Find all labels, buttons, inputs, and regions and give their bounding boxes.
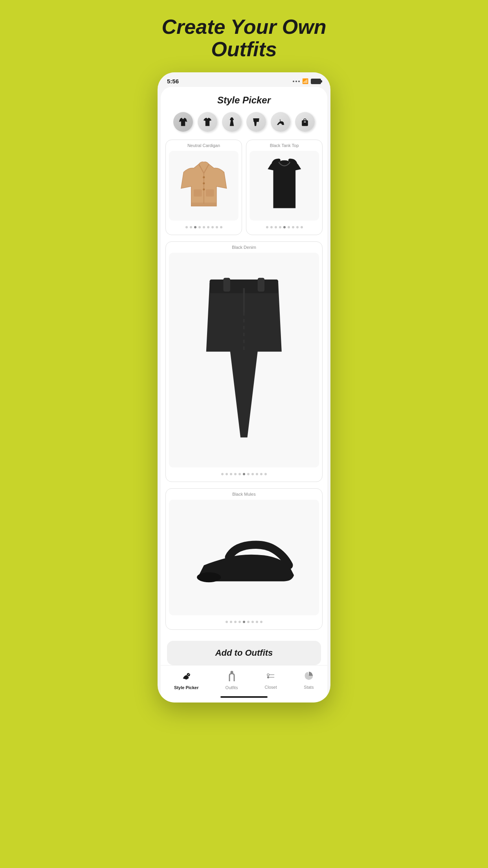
category-heels[interactable] — [271, 112, 290, 132]
add-button-wrapper: Add to Outfits — [161, 636, 327, 665]
cardigan-dots — [185, 224, 222, 232]
denim-row: Black Denim — [165, 241, 323, 482]
svg-rect-12 — [258, 278, 264, 292]
mules-image — [169, 500, 319, 615]
style-picker-label: Style Picker — [174, 685, 198, 690]
nav-closet[interactable]: Closet — [265, 671, 277, 690]
category-pants[interactable] — [246, 112, 266, 132]
item-black-denim[interactable]: Black Denim — [165, 241, 323, 482]
top-items-row: Neutral Cardigan — [165, 140, 323, 235]
nav-style-picker[interactable]: Style Picker — [174, 670, 198, 690]
cardigan-name: Neutral Cardigan — [187, 143, 220, 148]
pants-icon — [251, 117, 261, 127]
items-section: Neutral Cardigan — [161, 140, 327, 630]
category-bag[interactable] — [295, 112, 315, 132]
svg-point-20 — [267, 676, 269, 678]
svg-point-8 — [203, 188, 205, 190]
home-indicator — [161, 693, 327, 702]
bottom-nav: Style Picker Outfits — [161, 665, 327, 693]
signal-icon — [293, 81, 300, 82]
svg-rect-1 — [302, 120, 308, 126]
bag-icon — [300, 117, 310, 127]
battery-icon — [311, 79, 321, 84]
svg-point-7 — [203, 182, 205, 184]
heels-icon — [275, 117, 286, 127]
cardigan-clothing-svg — [176, 158, 232, 214]
wifi-icon: 📶 — [302, 78, 308, 84]
status-time: 5:56 — [167, 78, 179, 85]
app-title: Style Picker — [161, 91, 327, 112]
svg-point-6 — [203, 176, 205, 178]
closet-icon — [266, 671, 276, 683]
tank-image — [250, 151, 319, 221]
hero-title: Create Your Own Outfits — [146, 8, 342, 64]
mules-clothing-svg — [184, 511, 304, 603]
add-to-outfits-button[interactable]: Add to Outfits — [167, 641, 321, 665]
mules-dots — [226, 619, 262, 626]
category-tshirt[interactable] — [198, 112, 217, 132]
svg-rect-2 — [304, 122, 306, 123]
nav-stats[interactable]: Stats — [304, 671, 314, 690]
category-cardigan[interactable] — [173, 112, 193, 132]
denim-image — [169, 253, 319, 467]
denim-name: Black Denim — [232, 245, 256, 250]
mules-row: Black Mules — [165, 488, 323, 630]
category-dress[interactable] — [222, 112, 242, 132]
tshirt-icon — [202, 117, 213, 127]
style-picker-icon — [181, 670, 192, 684]
phone-frame: 5:56 📶 Style Picker — [158, 72, 330, 702]
closet-label: Closet — [265, 685, 277, 690]
svg-rect-4 — [194, 189, 202, 197]
tank-name: Black Tank Top — [270, 143, 299, 148]
item-black-mules[interactable]: Black Mules — [165, 488, 323, 630]
stats-icon — [304, 671, 314, 683]
denim-clothing-svg — [184, 274, 304, 446]
tank-clothing-svg — [257, 158, 312, 214]
stats-label: Stats — [304, 685, 314, 690]
svg-point-15 — [197, 572, 221, 582]
app-content: Style Picker — [161, 87, 327, 665]
svg-rect-9 — [191, 202, 216, 206]
status-icons: 📶 — [293, 78, 321, 84]
home-bar — [220, 696, 268, 698]
status-bar: 5:56 📶 — [158, 72, 330, 87]
dress-icon — [227, 117, 237, 127]
cardigan-image — [169, 151, 238, 221]
page-wrapper: Create Your Own Outfits 5:56 📶 Style Pic… — [146, 8, 342, 702]
svg-rect-5 — [206, 189, 214, 197]
svg-point-18 — [267, 674, 269, 676]
nav-outfits[interactable]: Outfits — [226, 670, 238, 690]
item-black-tank-top[interactable]: Black Tank Top — [246, 140, 323, 235]
outfits-label: Outfits — [226, 685, 238, 690]
item-neutral-cardigan[interactable]: Neutral Cardigan — [165, 140, 242, 235]
tank-dots — [266, 224, 303, 232]
svg-rect-11 — [224, 278, 230, 292]
denim-dots — [221, 471, 267, 478]
cardigan-icon — [178, 117, 188, 127]
category-filters — [161, 112, 327, 140]
mules-name: Black Mules — [232, 492, 255, 497]
outfits-icon — [227, 670, 237, 684]
